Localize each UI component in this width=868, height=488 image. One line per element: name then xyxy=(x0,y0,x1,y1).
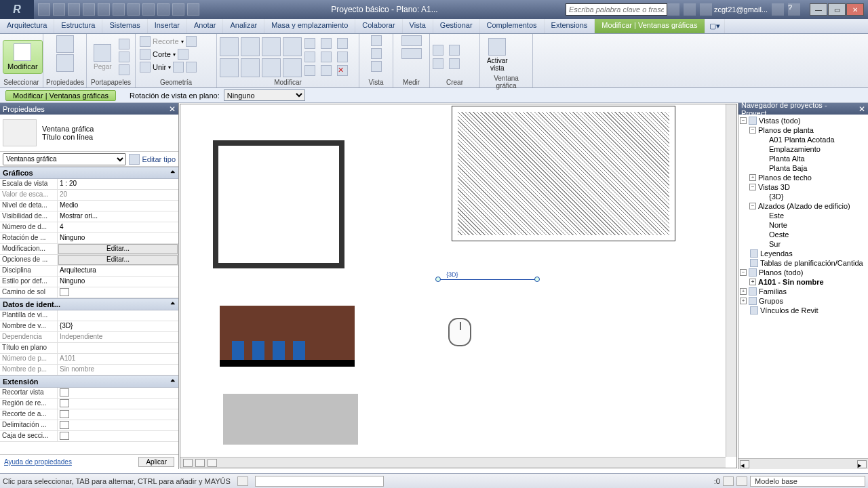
tree-node[interactable]: {3D} xyxy=(740,192,867,201)
scale-control[interactable] xyxy=(183,459,193,467)
browser-scrollbar-h[interactable]: ◂▸ xyxy=(738,458,868,469)
prop-row[interactable]: DependenciaIndependiente xyxy=(0,332,178,343)
prop-checkbox[interactable] xyxy=(60,388,69,396)
prop-value[interactable]: Mostrar ori... xyxy=(58,211,178,222)
mirror-draw-icon[interactable] xyxy=(283,37,302,56)
demolish-icon[interactable] xyxy=(173,62,184,73)
expand-icon[interactable]: − xyxy=(740,117,747,124)
prop-row[interactable]: Nivel de deta...Medio xyxy=(0,201,178,211)
prop-section[interactable]: Datos de ident...⏶ xyxy=(0,298,178,310)
prop-edit-button[interactable]: Editar... xyxy=(58,244,178,254)
expand-icon[interactable]: + xyxy=(749,279,756,285)
app-menu-button[interactable] xyxy=(0,0,34,19)
apply-button[interactable]: Aplicar xyxy=(138,457,174,467)
rotation-select[interactable]: Ninguno xyxy=(224,89,305,101)
create4-icon[interactable] xyxy=(449,58,460,69)
drawing-canvas[interactable]: {3D} xyxy=(180,104,737,468)
scale-icon[interactable] xyxy=(321,38,332,49)
tree-node[interactable]: +Planos de techo xyxy=(740,173,867,182)
edit-type-button[interactable]: Editar tipo xyxy=(129,154,176,165)
tree-node[interactable]: −Planos (todo) xyxy=(740,268,867,277)
tree-node[interactable]: Norte xyxy=(740,220,867,230)
prop-row[interactable]: Número de d...4 xyxy=(0,222,178,233)
close-browser-icon[interactable]: ✕ xyxy=(859,104,865,114)
properties-icon[interactable] xyxy=(56,35,74,53)
measure-icon[interactable] xyxy=(401,48,422,59)
tree-node[interactable]: Oeste xyxy=(740,230,867,239)
type-selector[interactable]: Ventanas gráfica xyxy=(3,153,126,165)
viewport-plan[interactable] xyxy=(201,128,357,281)
title-marker-end[interactable] xyxy=(534,277,540,282)
tree-node[interactable]: −Planos de planta xyxy=(740,125,867,135)
mirror-axis-icon[interactable] xyxy=(262,37,281,56)
tab-sistemas[interactable]: Sistemas xyxy=(102,19,147,33)
prop-section[interactable]: Gráficos⏶ xyxy=(0,167,178,179)
copy-icon[interactable] xyxy=(119,52,130,62)
prop-value[interactable]: Ninguno xyxy=(58,233,178,243)
status-filter-icon[interactable] xyxy=(237,476,248,486)
prop-value[interactable]: 20 xyxy=(58,190,178,200)
browser-header[interactable]: Navegador de proyectos - Proyect...✕ xyxy=(738,103,868,115)
tree-node[interactable]: +Familias xyxy=(740,287,867,296)
ribbon-options-button[interactable]: ▢▾ xyxy=(705,19,725,33)
properties-header[interactable]: Propiedades✕ xyxy=(0,103,178,115)
tab-gestionar[interactable]: Gestionar xyxy=(433,19,480,33)
prop-section[interactable]: Extensión⏶ xyxy=(0,375,178,388)
tree-node[interactable]: Planta Alta xyxy=(740,154,867,163)
tree-node[interactable]: Emplazamiento xyxy=(740,144,867,154)
corte-button[interactable]: Corte▾ xyxy=(138,48,190,60)
prop-row[interactable]: Número de p...A101 xyxy=(0,354,178,365)
expand-icon[interactable]: − xyxy=(740,269,747,276)
qat-sheet-icon[interactable] xyxy=(172,3,184,16)
tree-node[interactable]: −Alzados (Alzado de edificio) xyxy=(740,201,867,211)
prop-value[interactable]: A101 xyxy=(58,354,178,364)
prop-checkbox[interactable] xyxy=(60,432,69,440)
prop-value[interactable]: Sin nombre xyxy=(58,365,178,375)
prop-row[interactable]: Nombre de v...{3D} xyxy=(0,321,178,332)
match-icon[interactable] xyxy=(119,64,130,75)
qat-section-icon[interactable] xyxy=(157,3,170,16)
prop-value[interactable]: {3D} xyxy=(58,321,178,331)
properties-help-link[interactable]: Ayuda de propiedades xyxy=(4,458,72,466)
tree-node[interactable]: Vínculos de Revit xyxy=(740,306,867,315)
create3-icon[interactable] xyxy=(433,58,443,69)
paste-button[interactable]: Pegar xyxy=(90,41,116,73)
copy-tool-icon[interactable] xyxy=(262,58,281,77)
status-dropdown[interactable] xyxy=(255,476,384,487)
viewport-elev-2[interactable] xyxy=(211,386,370,450)
prop-row[interactable]: Rotación de ...Ninguno xyxy=(0,233,178,244)
prop-row[interactable]: DisciplinaArquitectura xyxy=(0,266,178,277)
prop-row[interactable]: Opciones de ...Editar... xyxy=(0,255,178,266)
tab-masa[interactable]: Masa y emplazamiento xyxy=(264,19,355,33)
prop-value[interactable]: Medio xyxy=(58,201,178,211)
prop-checkbox[interactable] xyxy=(60,410,69,418)
star-icon[interactable] xyxy=(684,3,696,16)
minimize-button[interactable]: — xyxy=(810,3,827,16)
tab-estructura[interactable]: Estructura xyxy=(54,19,102,33)
apps-icon[interactable] xyxy=(667,3,679,16)
qat-undo-icon[interactable] xyxy=(68,3,80,16)
move-icon[interactable] xyxy=(220,58,239,77)
rotate-icon[interactable] xyxy=(241,58,260,77)
tab-complementos[interactable]: Complementos xyxy=(480,19,545,33)
viewport-iso3d[interactable] xyxy=(452,106,675,241)
cut-icon[interactable] xyxy=(119,39,130,49)
group-icon[interactable] xyxy=(337,52,348,62)
tree-node[interactable]: +Grupos xyxy=(740,296,867,306)
qat-sync-icon[interactable] xyxy=(187,3,199,16)
tree-node[interactable]: Leyendas xyxy=(740,249,867,258)
prop-row[interactable]: Escala de vista1 : 20 xyxy=(0,179,178,190)
expand-icon[interactable]: − xyxy=(749,184,756,190)
show-icon[interactable] xyxy=(321,65,332,76)
trim-icon[interactable] xyxy=(283,58,302,77)
tab-anotar[interactable]: Anotar xyxy=(187,19,223,33)
prop-value[interactable] xyxy=(58,343,178,353)
array-icon[interactable] xyxy=(304,38,315,49)
create2-icon[interactable] xyxy=(449,45,460,56)
help-icon[interactable]: ? xyxy=(788,3,800,16)
prop-edit-button[interactable]: Editar... xyxy=(58,255,178,265)
prop-value[interactable]: 4 xyxy=(58,222,178,232)
search-input[interactable] xyxy=(566,3,667,16)
maximize-button[interactable]: ▭ xyxy=(828,3,846,16)
prop-value[interactable]: Ninguno xyxy=(58,277,178,287)
